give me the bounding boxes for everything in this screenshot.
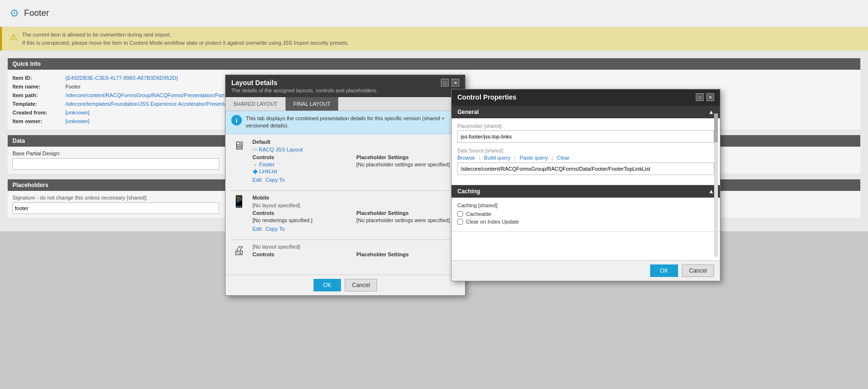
device-mobile: 📱 Mobile [No layout specified] Controls …	[230, 195, 460, 232]
linklist-icon: 🔷	[252, 169, 258, 174]
control-properties-dialog: Control Properties □ ✕ General ▲ Placeho…	[451, 89, 720, 281]
device-mobile-info: Mobile [No layout specified] Controls [N…	[252, 195, 460, 232]
edit-link-mobile[interactable]: Edit	[252, 226, 262, 232]
browse-link[interactable]: Browse	[457, 155, 475, 161]
datasource-links: Browse | Build query | Paste query | Cle…	[457, 155, 714, 161]
control-cancel-button[interactable]: Cancel	[682, 264, 714, 277]
datasource-field-label: Data Source [shared]:	[457, 148, 714, 153]
layout-name-text: RACQ JSS Layout	[259, 147, 302, 152]
value-item-owner: [unknown]	[65, 118, 89, 124]
layout-no-spec-print: [No layout specified]	[252, 244, 460, 250]
warning-text-2: If this is unexpected, please move the i…	[22, 39, 349, 47]
copy-to-link-mobile[interactable]: Copy To	[265, 226, 285, 232]
control-ok-button[interactable]: OK	[650, 264, 678, 277]
scroll-thumb	[714, 113, 718, 142]
cacheable-checkbox[interactable]	[457, 211, 463, 217]
scroll-indicator[interactable]	[714, 113, 718, 257]
device-print-info: [No layout specified] Controls Placehold…	[252, 244, 460, 259]
control-footer-link[interactable]: Footer	[259, 162, 275, 167]
layout-dialog-close[interactable]: ✕	[452, 79, 459, 87]
layout-cancel-button[interactable]: Cancel	[345, 279, 377, 291]
placeholder-input-field[interactable]	[457, 130, 714, 143]
placeholder-input[interactable]	[13, 202, 219, 214]
build-query-link[interactable]: Build query	[484, 155, 511, 161]
placeholder-value-default: [No placeholder settings were specified]	[356, 162, 460, 167]
datasource-input-field[interactable]	[457, 163, 714, 175]
control-dialog-maximize[interactable]: □	[696, 93, 704, 101]
controls-placeholders-default: Controls 🔸 Footer 🔷 LinkList	[252, 154, 460, 175]
control-dialog-footer: OK Cancel	[452, 260, 720, 281]
device-mobile-header: 📱 Mobile [No layout specified] Controls …	[230, 195, 460, 232]
copy-to-link-default[interactable]: Copy To	[265, 177, 285, 183]
layout-items-list: 🖥 Default ▭ RACQ JSS Layout Controls	[226, 134, 465, 277]
layout-dialog-title: Layout Details	[231, 79, 377, 87]
placeholder-field-label: Placeholder [shared]:	[457, 123, 714, 129]
clear-on-index-label: Clear on Index Update	[466, 219, 519, 225]
layout-dialog-body: i This tab displays the combined present…	[226, 111, 465, 283]
tab-shared-layout[interactable]: SHARED LAYOUT	[226, 97, 286, 111]
control-linklist-link[interactable]: LinkList	[259, 168, 277, 174]
layout-no-spec-mobile: [No layout specified]	[252, 202, 460, 208]
controls-placeholders-print: Controls Placeholder Settings	[252, 251, 460, 259]
caching-section-header[interactable]: Caching ▲	[452, 185, 720, 198]
layout-info-text: This tab displays the combined presentat…	[246, 115, 459, 130]
cacheable-row: Cacheable	[457, 211, 714, 217]
value-item-id: {E492DB3E-C3E8-4177-8960-A67B3D6D952D}	[65, 75, 178, 81]
clear-on-index-row: Clear on Index Update	[457, 219, 714, 225]
quick-info-header: Quick Info	[8, 58, 860, 70]
controls-col-default: Controls 🔸 Footer 🔷 LinkList	[252, 154, 356, 175]
label-item-id: Item ID:	[13, 75, 65, 81]
mobile-icon: 📱	[230, 195, 248, 208]
general-section: General ▲ Placeholder [shared]: Data Sou…	[452, 106, 720, 185]
print-icon: 🖨	[230, 244, 248, 257]
general-section-header[interactable]: General ▲	[452, 106, 720, 118]
device-default-name: Default	[252, 139, 460, 145]
layout-dialog-tabs: SHARED LAYOUT FINAL LAYOUT	[226, 97, 465, 111]
page-header: ⚙ Footer	[0, 0, 868, 27]
paste-query-link[interactable]: Paste query	[519, 155, 548, 161]
layout-dialog-subtitle: The details of the assigned layouts, con…	[231, 88, 377, 93]
placeholder-field-group: Placeholder [shared]:	[457, 123, 714, 143]
layout-name-icon: ▭	[252, 147, 257, 152]
device-print-header: 🖨 [No layout specified] Controls Placeho…	[230, 244, 460, 259]
caching-label: Caching [shared]:	[457, 202, 714, 208]
warning-banner: ⚠ The current item is allowed to be over…	[0, 27, 868, 50]
label-item-name: Item name:	[13, 84, 65, 89]
caching-header-label: Caching	[457, 188, 480, 195]
info-circle-icon: i	[231, 115, 242, 125]
placeholders-col-mobile: Placeholder Settings [No placeholder set…	[356, 210, 460, 224]
control-linklist: 🔷 LinkList	[252, 168, 356, 174]
datasource-field-group: Data Source [shared]: Browse | Build que…	[457, 148, 714, 175]
general-header-label: General	[457, 109, 479, 115]
device-default-info: Default ▭ RACQ JSS Layout Controls 🔸	[252, 139, 460, 183]
label-template: Template:	[13, 101, 65, 107]
layout-name-default: ▭ RACQ JSS Layout	[252, 147, 460, 152]
layout-ok-button[interactable]: OK	[314, 279, 341, 291]
cacheable-label: Cacheable	[466, 211, 491, 217]
layout-dialog-maximize[interactable]: □	[441, 79, 449, 87]
tab-final-layout[interactable]: FINAL LAYOUT	[286, 97, 339, 111]
edit-link-default[interactable]: Edit	[252, 177, 262, 183]
datasource-label-text: Data Source [shared]:	[457, 148, 504, 153]
controls-header-print: Controls	[252, 251, 356, 257]
clear-link[interactable]: Clear	[557, 155, 569, 161]
value-item-name: Footer	[65, 84, 81, 89]
controls-header-mobile: Controls	[252, 210, 356, 216]
control-dialog-close[interactable]: ✕	[706, 93, 714, 101]
clear-on-index-checkbox[interactable]	[457, 219, 463, 225]
placeholders-col-print: Placeholder Settings	[356, 251, 460, 259]
placeholders-header-print: Placeholder Settings	[356, 251, 460, 257]
device-default-header: 🖥 Default ▭ RACQ JSS Layout Controls	[230, 139, 460, 183]
device-print: 🖨 [No layout specified] Controls Placeho…	[230, 244, 460, 259]
caching-section: Caching ▲ Caching [shared]: Cacheable Cl…	[452, 185, 720, 232]
label-created-from: Created from:	[13, 110, 65, 115]
no-renderings-mobile: [No renderings specified.]	[252, 217, 356, 223]
placeholder-value-mobile: [No placeholder settings were specified]	[356, 217, 460, 223]
control-dialog-titlebar: Control Properties □ ✕	[452, 89, 720, 106]
controls-col-mobile: Controls [No renderings specified.]	[252, 210, 356, 224]
control-footer: 🔸 Footer	[252, 162, 356, 167]
base-partial-input[interactable]	[13, 158, 219, 170]
controls-header-default: Controls	[252, 154, 356, 160]
label-item-path: Item path:	[13, 92, 65, 98]
general-section-body: Placeholder [shared]: Data Source [share…	[452, 118, 720, 185]
